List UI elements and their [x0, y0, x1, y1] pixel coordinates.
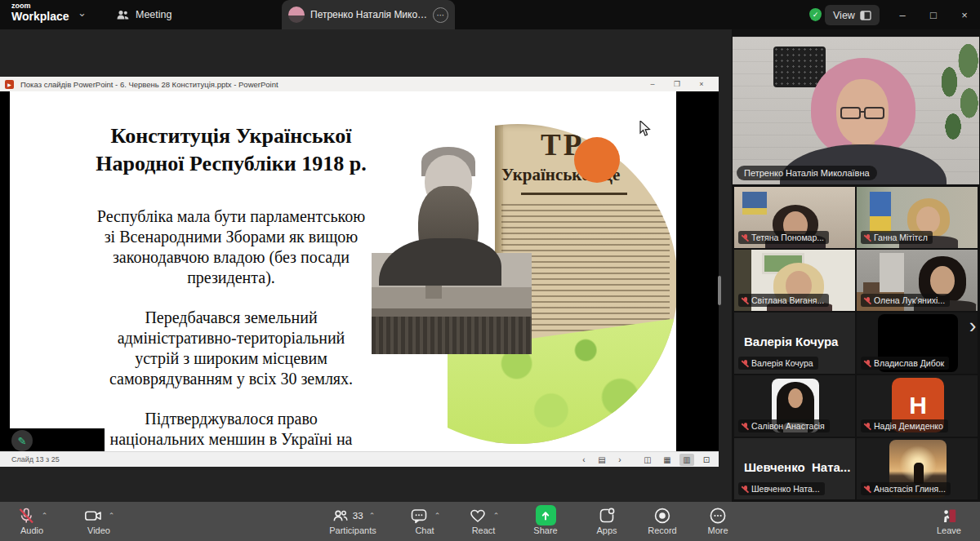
close-button[interactable]: ×: [949, 0, 980, 29]
powerpoint-window-title: Показ слайдів PowerPoint - 6. Червень 28…: [20, 80, 278, 89]
chat-button[interactable]: ⌃ Chat: [402, 502, 448, 541]
glasses-right-lens: [864, 107, 884, 119]
newspaper-rule: [521, 193, 627, 195]
ppt-minimize-button[interactable]: –: [640, 77, 665, 91]
share-screen-icon: [536, 505, 556, 525]
security-shield-icon[interactable]: ✓: [809, 8, 822, 21]
crowd-texture: [372, 317, 532, 354]
muted-mic-icon: [742, 422, 749, 431]
annotation-pen-button[interactable]: ✎: [11, 430, 33, 451]
participant-name: Світлана Виганя...: [751, 295, 824, 305]
logo-word-workplace: Workplace: [11, 11, 69, 22]
ppt-restore-button[interactable]: ❐: [665, 77, 689, 91]
audio-label: Audio: [20, 525, 43, 535]
video-button[interactable]: ⌃ Video: [74, 502, 124, 541]
emblem-yellow: [742, 208, 767, 215]
leave-button[interactable]: Leave: [924, 502, 973, 541]
participant-tile[interactable]: Олена Лук'янихі...: [857, 250, 978, 311]
video-label: Video: [87, 525, 110, 535]
chevron-down-icon[interactable]: ⌄: [78, 7, 87, 19]
share-button[interactable]: Share: [523, 502, 568, 541]
tab-more-options-icon[interactable]: ⋯: [433, 7, 448, 23]
heart-icon: [468, 506, 488, 525]
participant-name-label: Шевченко Ната...: [738, 482, 825, 495]
participant-name: Олена Лук'янихі...: [874, 295, 945, 305]
record-label: Record: [648, 525, 676, 535]
slideshow-menu-icon[interactable]: ▤: [595, 454, 609, 466]
participant-tile[interactable]: Ганна Мітітєл: [857, 187, 978, 248]
face: [916, 206, 940, 233]
participant-tile[interactable]: Анастасія Глиня...: [857, 438, 978, 499]
participants-icon: [331, 506, 350, 525]
previous-slide-button[interactable]: ‹: [577, 454, 591, 466]
participant-name-label: Світлана Виганя...: [738, 294, 829, 307]
react-label: React: [472, 525, 496, 535]
participant-tile[interactable]: Салівон Анастасія: [734, 375, 855, 437]
minimize-button[interactable]: –: [887, 0, 918, 29]
muted-mic-icon: [864, 359, 871, 368]
chat-label: Chat: [415, 525, 434, 535]
participant-name: Анастасія Глиня...: [874, 484, 946, 494]
layout-icon: [860, 11, 871, 20]
participant-name-label: Олена Лук'янихі...: [861, 294, 950, 307]
active-speaker-video[interactable]: Петренко Наталія Миколаївна: [733, 37, 979, 184]
slideshow-stage: Конституція Української Народної Республ…: [0, 91, 719, 451]
zoom-workplace-logo: zoom Workplace: [11, 2, 69, 22]
participant-name: Шевченко Ната...: [751, 484, 820, 494]
next-slide-button[interactable]: ›: [612, 454, 627, 466]
share-label: Share: [533, 525, 557, 535]
apps-icon: [597, 506, 617, 525]
portrait-photo: [379, 147, 501, 286]
powerpoint-window: ▶ Показ слайдів PowerPoint - 6. Червень …: [0, 77, 719, 467]
flag-yellow: [870, 216, 891, 233]
participant-tile[interactable]: Тетяна Пономар...: [734, 187, 855, 248]
maximize-button[interactable]: □: [918, 0, 949, 29]
more-label: More: [707, 525, 728, 535]
participant-tile[interactable]: Валерія Кочура Валерія Кочура: [734, 313, 855, 374]
door: [880, 253, 904, 292]
leave-label: Leave: [937, 525, 961, 535]
participant-tile[interactable]: Н Надія Демиденко: [857, 375, 978, 437]
muted-mic-icon: [742, 485, 749, 494]
muted-mic-icon: [864, 485, 871, 494]
chair: [863, 282, 880, 294]
tab-meeting[interactable]: Meeting: [108, 0, 180, 29]
react-options-chevron[interactable]: ⌃: [493, 512, 500, 520]
slide-sorter-view-icon[interactable]: ▦: [660, 454, 675, 466]
participants-label: Participants: [329, 525, 376, 535]
orange-circle-decor: [574, 137, 620, 183]
participant-name: Тетяна Пономар...: [751, 233, 824, 242]
slideshow-statusbar: Слайд 13 з 25 ‹ ▤ › ◫ ▦ ▥ ⊡: [0, 451, 719, 467]
tab-active-speaker[interactable]: Петренко Наталія Миколаївна's ⋯: [282, 0, 455, 29]
more-icon: [708, 506, 728, 525]
title-bar: zoom Workplace ⌄ Meeting Петренко Наталі…: [0, 0, 980, 29]
participant-tile[interactable]: Шевченко Ната... Шевченко Ната...: [734, 438, 855, 499]
muted-mic-icon: [864, 296, 871, 305]
panel-resize-handle[interactable]: [718, 276, 721, 305]
participants-count: 33: [353, 511, 363, 521]
muted-mic-icon: [742, 233, 749, 242]
slideshow-view-icon[interactable]: ⊡: [699, 454, 714, 466]
participants-options-chevron[interactable]: ⌃: [369, 512, 376, 520]
chat-options-chevron[interactable]: ⌃: [434, 512, 441, 520]
record-button[interactable]: Record: [639, 502, 686, 541]
next-participants-page-button[interactable]: ›: [965, 313, 980, 339]
apps-label: Apps: [596, 525, 617, 535]
ppt-close-button[interactable]: ×: [689, 77, 714, 91]
apps-button[interactable]: Apps: [584, 502, 630, 541]
reading-view-icon[interactable]: ▥: [679, 454, 694, 466]
normal-view-icon[interactable]: ◫: [640, 454, 655, 466]
participant-tile[interactable]: Владислав Дибок: [857, 313, 978, 374]
audio-options-chevron[interactable]: ⌃: [42, 512, 48, 520]
react-button[interactable]: ⌃ React: [461, 502, 506, 541]
video-options-chevron[interactable]: ⌃: [109, 512, 115, 520]
speaker-name-label: Петренко Наталія Миколаївна: [737, 166, 877, 180]
more-button[interactable]: More: [695, 502, 741, 541]
view-button[interactable]: View: [825, 5, 880, 25]
participant-tile[interactable]: Світлана Виганя...: [734, 250, 855, 311]
participants-button[interactable]: 33 ⌃ Participants: [317, 502, 389, 541]
powerpoint-titlebar[interactable]: ▶ Показ слайдів PowerPoint - 6. Червень …: [0, 77, 719, 91]
audio-button[interactable]: ⌃ Audio: [7, 502, 57, 541]
speaker-name: Петренко Наталія Миколаївна: [744, 168, 870, 178]
participant-name-label: Владислав Дибок: [861, 357, 949, 370]
